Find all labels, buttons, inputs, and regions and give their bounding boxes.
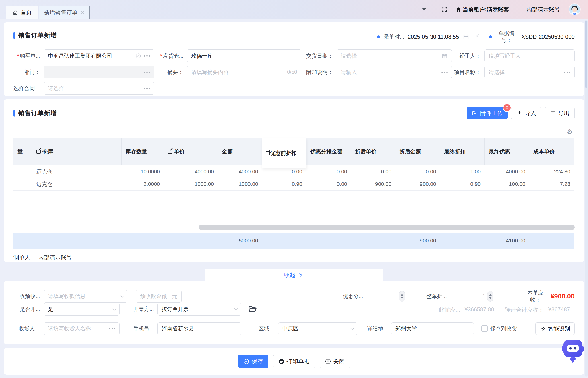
column-settings-gear-icon[interactable]: ⚙ [567, 128, 573, 136]
summary-input-box[interactable]: 0/50 [187, 66, 301, 79]
user-avatar[interactable] [569, 4, 580, 15]
import-label: 导入 [525, 110, 536, 117]
fullscreen-icon[interactable] [441, 6, 448, 13]
attach-upload-button[interactable]: 附件上传 [467, 107, 508, 120]
close-button[interactable]: 关闭 [320, 355, 350, 368]
double-chevron-down-icon [298, 272, 304, 278]
table-cell: 0.00 [306, 178, 351, 190]
more-options-icon[interactable] [144, 88, 150, 89]
calendar-icon[interactable] [463, 33, 469, 40]
more-options-icon[interactable] [441, 71, 448, 73]
phone-input-box[interactable] [157, 322, 241, 335]
column-header-pre-discount: 优惠前折扣 [262, 138, 306, 165]
department-input-box[interactable] [44, 66, 154, 79]
extra-note-input[interactable] [341, 69, 439, 75]
consignee-input-box[interactable] [44, 322, 120, 335]
receipt-input[interactable] [48, 293, 118, 299]
import-download-icon [516, 110, 523, 116]
collapse-toggle[interactable]: 收起 [205, 269, 383, 281]
tab-new-sales-order[interactable]: 新增销售订单 [39, 6, 90, 19]
prev-due-label: 此前应... [439, 306, 460, 314]
contract-input-box[interactable] [44, 82, 154, 95]
project-input[interactable] [489, 69, 562, 75]
summary-cell: -- [529, 233, 574, 248]
check-circle-icon [243, 358, 249, 364]
consignee-input[interactable] [48, 325, 107, 332]
print-label: 打印单据 [287, 357, 310, 365]
more-options-icon[interactable] [109, 328, 115, 329]
more-options-icon[interactable] [144, 71, 150, 73]
assistant-robot-button[interactable] [562, 338, 584, 364]
due-label: 本单应收： [524, 289, 547, 303]
invoice-method-value: 按订单开票 [162, 306, 232, 313]
calendar-icon[interactable] [441, 53, 448, 59]
order-lines-table: ⚙ 量仓库库存数量单价金额优惠前折扣优惠分摊金额折后单价折后金额最终折扣最终优惠… [13, 125, 575, 248]
warehouse-input[interactable] [191, 53, 297, 59]
address-input-box[interactable] [391, 322, 474, 335]
warehouse-field: 发货仓... [157, 50, 301, 62]
currency-unit: 元 [172, 293, 177, 300]
avatar-image [569, 4, 580, 15]
project-input-box[interactable] [485, 66, 575, 79]
maker-value: 内部演示账号 [38, 254, 72, 261]
region-select[interactable]: 中原区 [278, 322, 357, 335]
table-row[interactable]: 迈克仓2.00001000.001000.000.900.00900.00900… [13, 178, 574, 190]
summary-cell: -- [262, 233, 306, 248]
more-options-icon[interactable] [564, 71, 570, 73]
maker-label: 制单人： [13, 254, 36, 261]
tab-close-icon[interactable] [80, 10, 84, 15]
folder-icon[interactable] [248, 305, 257, 314]
summary-cell: 5000.00 [218, 233, 262, 248]
warehouse-input-box[interactable] [187, 50, 301, 62]
advance-amount-input[interactable] [140, 293, 170, 299]
phone-input[interactable] [162, 325, 237, 332]
extra-note-input-box[interactable] [336, 66, 452, 79]
horizontal-scrollbar[interactable] [198, 225, 575, 230]
export-upload-icon [550, 110, 556, 116]
delivery-date-input-box[interactable] [336, 50, 452, 62]
whole-discount-stepper[interactable] [487, 291, 493, 302]
save-to-address-checkbox[interactable] [481, 325, 488, 332]
invoice-method-select[interactable]: 按订单开票 [157, 303, 241, 316]
table-cell: 1000.00 [164, 178, 218, 190]
edit-icon[interactable] [473, 33, 480, 40]
tab-home[interactable]: 首页 [6, 6, 38, 19]
delivery-date-input[interactable] [341, 53, 439, 59]
advance-amount-box[interactable]: 元 [136, 290, 182, 303]
warehouse-label: 发货仓... [157, 52, 183, 59]
account-label[interactable]: 内部演示账号 [526, 6, 560, 13]
print-button[interactable]: 打印单据 [273, 355, 315, 368]
receipt-select[interactable] [44, 290, 127, 303]
department-field: 部门： [13, 66, 154, 79]
whole-discount-value: 1 [482, 293, 485, 299]
page-title: 销售订单新增 [18, 31, 57, 40]
smart-recognize-button[interactable]: 智能识别 [535, 322, 575, 335]
address-input[interactable] [395, 325, 470, 332]
more-options-icon[interactable] [144, 55, 150, 57]
column-header-final-discount: 最终折扣 [440, 138, 485, 165]
bottom-action-bar: 保存 打印单据 关闭 [4, 348, 584, 375]
column-header-qty-partial: 量 [13, 138, 32, 165]
tenant-info[interactable]: 当前租户:演示账套 [455, 6, 509, 13]
department-input [48, 69, 142, 75]
table-cell: 4000.00 [218, 165, 262, 178]
invoice-select[interactable]: 是 [44, 303, 120, 316]
clear-icon[interactable] [135, 53, 141, 59]
import-button[interactable]: 导入 [511, 107, 541, 120]
editable-column-icon [168, 149, 172, 154]
vertical-scrollbar[interactable] [585, 20, 588, 377]
dropdown-caret-icon[interactable] [422, 8, 426, 11]
export-button[interactable]: 导出 [545, 107, 575, 120]
discount-share-stepper[interactable] [399, 291, 405, 302]
total-due-label: 预计合计应收： [505, 306, 544, 314]
chevron-down-icon [120, 294, 124, 297]
contract-input[interactable] [48, 85, 142, 92]
save-button[interactable]: 保存 [238, 355, 268, 368]
summary-input[interactable] [191, 69, 285, 75]
department-label: 部门： [13, 69, 40, 76]
buyer-input[interactable] [48, 53, 133, 59]
handler-input-box[interactable] [485, 50, 575, 62]
receipt-label: 收预收... [13, 293, 40, 300]
buyer-input-box[interactable] [44, 50, 154, 62]
handler-input[interactable] [489, 53, 570, 59]
